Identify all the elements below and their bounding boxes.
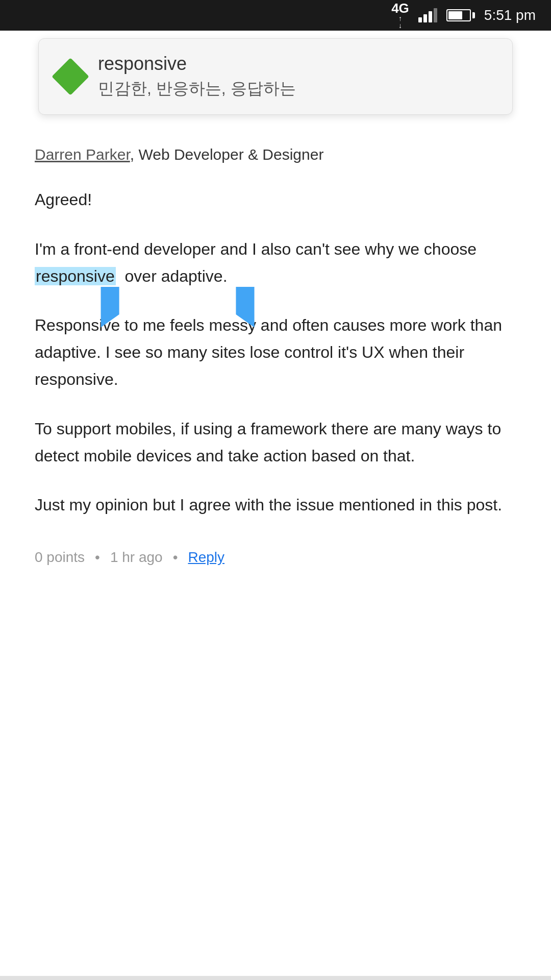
definition-popup[interactable]: responsive 민감한, 반응하는, 응답하는 — [38, 38, 513, 115]
post-meta: 0 points • 1 hr ago • Reply — [35, 549, 516, 566]
definition-translation: 민감한, 반응하는, 응답하는 — [98, 78, 494, 100]
data-arrows-icon: ↑ ↓ — [391, 15, 409, 29]
paragraph-2: I'm a front-end developer and I also can… — [35, 236, 516, 290]
author-title: , Web Developer & Designer — [130, 146, 324, 163]
definition-diamond-icon — [52, 58, 89, 95]
separator-2: • — [173, 549, 178, 566]
bottom-bar — [0, 976, 551, 980]
selection-handle-left — [100, 287, 120, 328]
selection-handle-right — [236, 287, 256, 328]
highlighted-responsive: responsive — [35, 267, 116, 285]
points-count: 0 points — [35, 549, 85, 566]
time-ago: 1 hr ago — [110, 549, 163, 566]
separator-1: • — [95, 549, 100, 566]
time-display: 5:51 pm — [484, 7, 536, 23]
content-area: Darren Parker, Web Developer & Designer … — [0, 31, 551, 606]
battery-icon — [446, 9, 475, 21]
network-type-icon: 4G ↑ ↓ — [391, 2, 409, 29]
author-line: Darren Parker, Web Developer & Designer — [35, 143, 516, 166]
paragraph-5: Just my opinion but I agree with the iss… — [35, 492, 516, 519]
reply-link[interactable]: Reply — [188, 549, 224, 566]
author-name[interactable]: Darren Parker — [35, 146, 130, 163]
paragraph-1: Agreed! — [35, 186, 516, 213]
definition-content: responsive 민감한, 반응하는, 응답하는 — [98, 53, 494, 100]
status-bar: 4G ↑ ↓ 5:51 pm — [0, 0, 551, 31]
definition-word: responsive — [98, 53, 494, 75]
signal-icon — [418, 8, 437, 22]
paragraph-4: To support mobiles, if using a framework… — [35, 415, 516, 470]
post-body: Agreed! I'm a front-end developer and I … — [35, 186, 516, 519]
